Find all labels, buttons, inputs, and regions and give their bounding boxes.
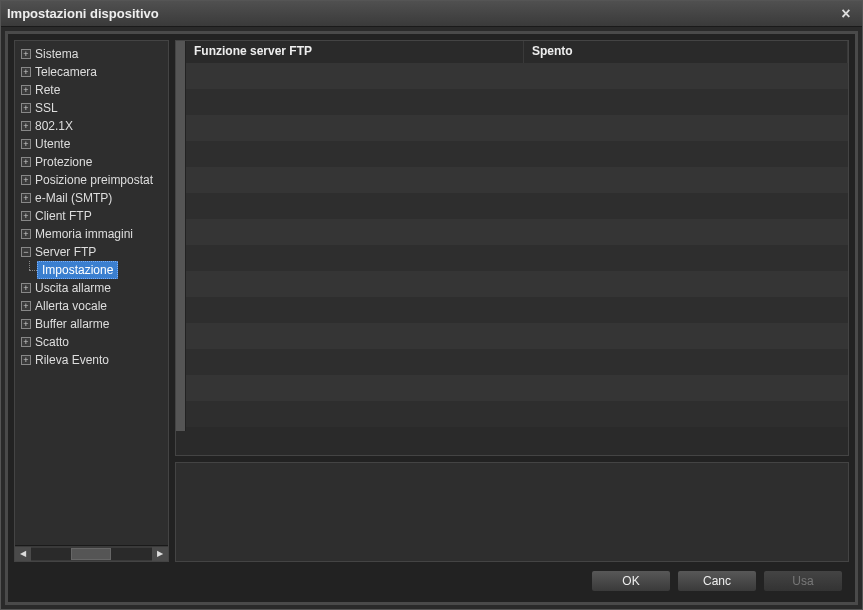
table-row[interactable] — [186, 245, 848, 271]
grid-vscroll-thumb[interactable] — [176, 41, 185, 431]
grid-header-key: Funzione server FTP — [186, 41, 524, 63]
expand-icon[interactable]: + — [21, 283, 31, 293]
collapse-icon[interactable]: − — [21, 247, 31, 257]
sidebar-item-label: Allerta vocale — [35, 299, 107, 313]
sidebar-item-label: Sistema — [35, 47, 78, 61]
sidebar-item-label: Client FTP — [35, 209, 92, 223]
sidebar-item[interactable]: +Telecamera — [17, 63, 166, 81]
sidebar-item[interactable]: +Rete — [17, 81, 166, 99]
grid-header-value: Spento — [524, 41, 848, 63]
table-row[interactable] — [186, 297, 848, 323]
sidebar-item-label: Telecamera — [35, 65, 97, 79]
sidebar-item[interactable]: +SSL — [17, 99, 166, 117]
expand-icon[interactable]: + — [21, 355, 31, 365]
sidebar-item[interactable]: +Client FTP — [17, 207, 166, 225]
sidebar-child-label: Impostazione — [37, 261, 118, 279]
expand-icon[interactable]: + — [21, 175, 31, 185]
table-row[interactable] — [186, 167, 848, 193]
sidebar-item-label: Server FTP — [35, 245, 96, 259]
cancel-button[interactable]: Canc — [677, 570, 757, 592]
expand-icon[interactable]: + — [21, 121, 31, 131]
sidebar-item[interactable]: +Memoria immagini — [17, 225, 166, 243]
sidebar-item-label: Uscita allarme — [35, 281, 111, 295]
scroll-right-icon[interactable]: ▶ — [152, 547, 168, 561]
sidebar-item-label: Protezione — [35, 155, 92, 169]
expand-icon[interactable]: + — [21, 139, 31, 149]
sidebar-item[interactable]: +Protezione — [17, 153, 166, 171]
sidebar-child-item[interactable]: Impostazione — [37, 261, 166, 279]
detail-panel — [175, 462, 849, 562]
grid-header-row: Funzione server FTP Spento — [186, 41, 848, 63]
table-row[interactable] — [186, 401, 848, 427]
table-row[interactable] — [186, 63, 848, 89]
sidebar-item-label: Rete — [35, 83, 60, 97]
expand-icon[interactable]: + — [21, 49, 31, 59]
table-row[interactable] — [186, 271, 848, 297]
expand-icon[interactable]: + — [21, 85, 31, 95]
scroll-track[interactable] — [31, 548, 152, 560]
grid-vscroll[interactable] — [176, 41, 186, 431]
sidebar-item[interactable]: +Uscita allarme — [17, 279, 166, 297]
expand-icon[interactable]: + — [21, 211, 31, 221]
nav-sidebar: +Sistema+Telecamera+Rete+SSL+802.1X+Uten… — [14, 40, 169, 562]
sidebar-item[interactable]: +Scatto — [17, 333, 166, 351]
expand-icon[interactable]: + — [21, 319, 31, 329]
expand-icon[interactable]: + — [21, 157, 31, 167]
sidebar-item[interactable]: +Rileva Evento — [17, 351, 166, 369]
sidebar-item-label: Posizione preimpostat — [35, 173, 153, 187]
expand-icon[interactable]: + — [21, 193, 31, 203]
sidebar-item-label: 802.1X — [35, 119, 73, 133]
ok-button[interactable]: OK — [591, 570, 671, 592]
sidebar-item-label: Memoria immagini — [35, 227, 133, 241]
sidebar-item[interactable]: +Utente — [17, 135, 166, 153]
sidebar-item[interactable]: +Buffer allarme — [17, 315, 166, 333]
table-row[interactable] — [186, 349, 848, 375]
sidebar-item[interactable]: +e-Mail (SMTP) — [17, 189, 166, 207]
scroll-thumb[interactable] — [71, 548, 111, 560]
sidebar-hscroll[interactable]: ◀ ▶ — [15, 545, 168, 561]
table-row[interactable] — [186, 219, 848, 245]
table-row[interactable] — [186, 89, 848, 115]
sidebar-item-label: Scatto — [35, 335, 69, 349]
sidebar-item[interactable]: +Posizione preimpostat — [17, 171, 166, 189]
nav-tree: +Sistema+Telecamera+Rete+SSL+802.1X+Uten… — [15, 41, 168, 545]
sidebar-item[interactable]: +Allerta vocale — [17, 297, 166, 315]
sidebar-item[interactable]: −Server FTP — [17, 243, 166, 261]
expand-icon[interactable]: + — [21, 301, 31, 311]
table-row[interactable] — [186, 375, 848, 401]
expand-icon[interactable]: + — [21, 229, 31, 239]
table-row[interactable] — [186, 193, 848, 219]
table-row[interactable] — [186, 115, 848, 141]
close-icon[interactable]: × — [836, 4, 856, 24]
expand-icon[interactable]: + — [21, 67, 31, 77]
expand-icon[interactable]: + — [21, 337, 31, 347]
sidebar-item-label: Rileva Evento — [35, 353, 109, 367]
sidebar-item-label: SSL — [35, 101, 58, 115]
button-row: OK Canc Usa — [14, 562, 849, 596]
titlebar: Impostazioni dispositivo × — [1, 1, 862, 27]
sidebar-item[interactable]: +Sistema — [17, 45, 166, 63]
table-row[interactable] — [186, 323, 848, 349]
use-button: Usa — [763, 570, 843, 592]
sidebar-item[interactable]: +802.1X — [17, 117, 166, 135]
window-title: Impostazioni dispositivo — [7, 6, 836, 21]
sidebar-item-label: Buffer allarme — [35, 317, 109, 331]
sidebar-item-label: e-Mail (SMTP) — [35, 191, 112, 205]
settings-window: Impostazioni dispositivo × +Sistema+Tele… — [0, 0, 863, 610]
sidebar-item-label: Utente — [35, 137, 70, 151]
settings-grid: Funzione server FTP Spento — [175, 40, 849, 456]
scroll-left-icon[interactable]: ◀ — [15, 547, 31, 561]
expand-icon[interactable]: + — [21, 103, 31, 113]
table-row[interactable] — [186, 141, 848, 167]
